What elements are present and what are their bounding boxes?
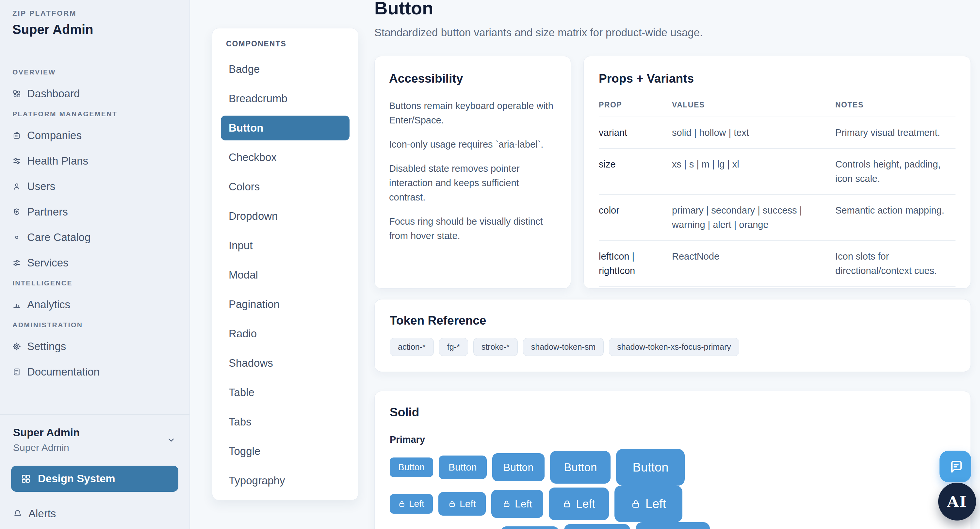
sidebar-item-services[interactable]: Services [13,254,177,272]
sidebar-item-label: Dashboard [27,87,80,100]
button-label: Left [515,499,532,509]
sidebar-item-settings[interactable]: Settings [13,337,177,356]
profile-switcher[interactable]: Super Admin Super Admin [11,426,178,453]
val-cell: ReactNode [672,241,835,286]
solid-primary-button-xl-right[interactable]: Right [636,522,710,529]
sidebar-item-health-plans[interactable]: Health Plans [13,152,177,170]
props-table-row: colorprimary | secondary | success | war… [599,195,956,241]
alerts-label: Alerts [29,507,56,520]
solid-primary-button-xl-button[interactable]: Button [616,449,685,486]
partners-icon [13,208,21,216]
accessibility-card: Accessibility Buttons remain keyboard op… [374,56,571,289]
button-label: Button [503,462,534,472]
component-item-badge[interactable]: Badge [221,57,350,82]
components-panel: COMPONENTS BadgeBreadcrumbButtonCheckbox… [212,28,358,500]
props-table: PROPVALUESNOTESvariantsolid | hollow | t… [599,100,956,289]
component-item-dropdown[interactable]: Dropdown [221,204,350,229]
component-item-typography[interactable]: Typography [221,468,350,493]
token-chip-action: action-* [390,338,434,356]
documentation-icon [13,368,21,376]
sidebar-item-dashboard[interactable]: Dashboard [13,84,177,103]
component-item-shadows[interactable]: Shadows [221,351,350,375]
solid-primary-button-m-button[interactable]: Button [492,453,545,481]
users-icon [13,182,21,191]
component-item-tabs[interactable]: Tabs [221,410,350,434]
sidebar-item-companies[interactable]: Companies [13,126,177,145]
component-item-pagination[interactable]: Pagination [221,292,350,317]
component-item-table[interactable]: Table [221,380,350,405]
main-content: Button Standardized button variants and … [374,0,971,529]
prop-cell: variant [599,117,672,149]
ai-assistant-fab[interactable]: AI [938,483,976,521]
token-reference-title: Token Reference [390,314,956,327]
component-item-toggle[interactable]: Toggle [221,439,350,464]
component-item-input[interactable]: Input [221,233,350,258]
platform-label: ZIP PLATFORM [13,9,177,17]
accessibility-note: Disabled state removes pointer interacti… [389,161,556,205]
component-item-radio[interactable]: Radio [221,321,350,346]
component-item-button[interactable]: Button [221,116,350,140]
solid-primary-button-lg-right[interactable]: Right [564,524,630,529]
sidebar-item-label: Services [27,257,68,269]
solid-primary-button-xl-left[interactable]: Left [614,486,682,522]
sidebar-item-design-system[interactable]: Design System [11,465,178,492]
sidebar-item-label: Companies [27,129,82,142]
services-icon [13,259,21,267]
sidebar-item-label: Partners [27,206,68,218]
component-item-checkbox[interactable]: Checkbox [221,145,350,170]
prop-cell: iconOnly [599,287,672,289]
component-item-breadcrumb[interactable]: Breadcrumb [221,86,350,111]
solid-section-title: Solid [390,405,956,419]
token-reference-card: Token Reference action-*fg-*stroke-*shad… [374,299,971,372]
lock-icon [503,500,511,508]
component-item-colors[interactable]: Colors [221,175,350,199]
solid-primary-button-lg-button[interactable]: Button [550,451,611,484]
notes-cell: Semantic action mapping. [835,195,956,240]
sidebar-title: Super Admin [13,22,177,37]
solid-primary-button-s-left[interactable]: Left [438,492,486,516]
component-item-modal[interactable]: Modal [221,262,350,288]
notes-cell: Primary visual treatment. [835,117,956,149]
token-chip-list: action-*fg-*stroke-*shadow-token-smshado… [390,338,956,356]
solid-primary-button-m-left[interactable]: Left [491,490,543,518]
sidebar-item-label: Health Plans [27,155,88,167]
token-chip-shadow-token-xs-focus-primary: shadow-token-xs-focus-primary [609,338,739,356]
sidebar-item-users[interactable]: Users [13,177,177,195]
val-cell: boolean [672,287,835,289]
solid-primary-button-s-button[interactable]: Button [439,456,487,479]
sidebar-item-partners[interactable]: Partners [13,203,177,221]
button-row-left: LeftLeftLeftLeftLeft [390,486,956,522]
accessibility-note: Focus ring should be visually distinct f… [389,214,556,243]
solid-primary-button-lg-left[interactable]: Left [549,488,609,520]
sidebar-item-care-catalog[interactable]: Care Catalog [13,228,177,246]
solid-primary-button-m-right[interactable]: Right [501,526,558,529]
solid-primary-button-xs-button[interactable]: Button [390,458,433,477]
solid-primary-button-xs-left[interactable]: Left [390,494,433,514]
sidebar-nav: OVERVIEWDashboardPLATFORM MANAGEMENTComp… [13,68,177,381]
dashboard-icon [13,89,21,98]
bell-icon [13,509,22,518]
profile-role: Super Admin [13,442,80,453]
grid-icon [21,474,31,484]
sidebar-item-label: Analytics [27,299,70,311]
sidebar-item-analytics[interactable]: Analytics [13,295,177,314]
nav-section-label: ADMINISTRATION [13,321,177,329]
button-label: Button [449,462,477,472]
token-chip-stroke: stroke-* [473,338,518,356]
nav-section-label: OVERVIEW [13,68,177,76]
chat-fab[interactable] [940,451,971,482]
solid-variant-card: Solid Primary ButtonButtonButtonButtonBu… [374,391,971,529]
sidebar: ZIP PLATFORM Super Admin OVERVIEWDashboa… [0,0,190,529]
token-chip-fg: fg-* [439,338,468,356]
sidebar-item-alerts[interactable]: Alerts [11,507,178,520]
button-label: Button [632,461,668,473]
button-label: Left [576,498,595,509]
button-label: Button [398,463,425,472]
column-header-prop: PROP [599,100,672,110]
sidebar-item-documentation[interactable]: Documentation [13,363,177,381]
health-plans-icon [13,157,21,165]
nav-section-label: INTELLIGENCE [13,279,177,287]
lock-icon [398,500,406,507]
props-table-row: iconOnlybooleanSquare icon button mode. [599,287,956,289]
nav-section-overview: OVERVIEWDashboard [13,68,177,103]
